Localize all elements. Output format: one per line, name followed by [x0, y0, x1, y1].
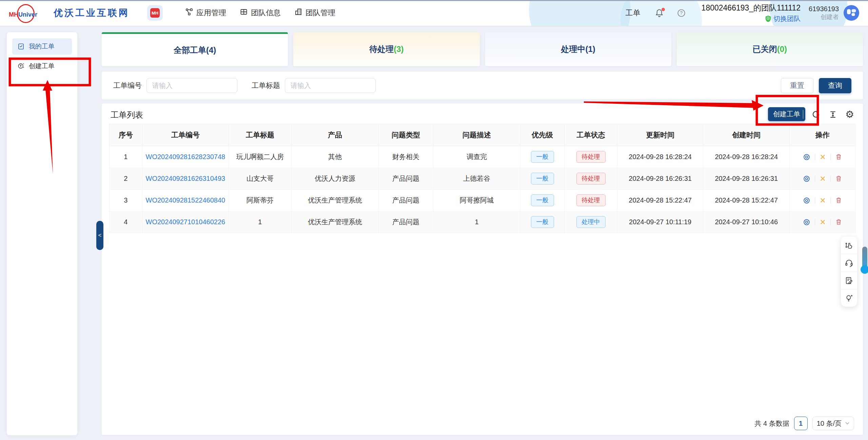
switch-team-label: 切换团队: [773, 14, 801, 23]
close-icon[interactable]: [820, 154, 826, 160]
col-updated: 更新时间: [617, 124, 703, 146]
view-icon[interactable]: [803, 175, 810, 183]
sidebar-item-my-workorders[interactable]: 我的工单: [12, 38, 72, 55]
priority-badge: 一般: [531, 216, 554, 228]
sidebar-collapse-handle[interactable]: <: [96, 221, 103, 250]
action-divider: [830, 175, 831, 182]
cell-index: 4: [110, 211, 142, 233]
notification-dot: [662, 8, 665, 11]
close-icon[interactable]: [820, 175, 826, 182]
svg-text:?: ?: [680, 10, 683, 16]
action-divider: [830, 154, 831, 160]
cell-actions: [790, 146, 855, 168]
page-size-select[interactable]: 10 条/页: [812, 417, 854, 430]
col-issue-desc: 问题描述: [433, 124, 520, 146]
avatar[interactable]: [844, 5, 859, 21]
scrollbar-bulb[interactable]: [861, 265, 868, 274]
sidebar-item-create-workorder[interactable]: 创建工单: [12, 58, 72, 74]
order-no-input[interactable]: [146, 78, 237, 93]
cell-order-no: WO202409281626310493: [142, 168, 229, 190]
total-count: 共 4 条数据: [754, 419, 789, 428]
window-top-edge: [0, 0, 868, 1]
switch-team[interactable]: 切换团队: [702, 14, 801, 23]
cell-issue-desc: 阿哥擦阿城: [433, 190, 520, 211]
action-divider: [815, 219, 815, 226]
col-created: 创建时间: [703, 124, 790, 146]
tab-count: (4): [206, 45, 216, 55]
sidebar: 我的工单 创建工单: [7, 32, 77, 435]
title-input[interactable]: [285, 78, 376, 93]
density-icon[interactable]: [829, 110, 837, 119]
feedback-icon[interactable]: [841, 271, 857, 289]
headset-icon[interactable]: [841, 254, 857, 271]
idea-icon[interactable]: [841, 289, 857, 307]
order-no-link[interactable]: WO202409271010460226: [146, 218, 225, 226]
view-icon[interactable]: [803, 218, 810, 226]
floating-tool-panel: [841, 236, 857, 307]
team-name: 18002466193_的团队111112: [702, 3, 801, 13]
tab-count: (0): [777, 44, 787, 54]
view-icon[interactable]: [803, 153, 810, 161]
workorder-table: 序号 工单编号 工单标题 产品 问题类型 问题描述 优先级 工单状态 更新时间 …: [109, 124, 855, 233]
nav-item-team-management[interactable]: 团队管理: [294, 8, 335, 18]
cell-index: 1: [110, 146, 142, 168]
close-icon[interactable]: [820, 219, 826, 225]
logo-text-univer: Univer: [18, 11, 37, 18]
tab-closed[interactable]: 已关闭(0): [677, 32, 863, 66]
header-right: 工单 ? 18002466193_的团队111112: [626, 3, 859, 23]
delete-icon[interactable]: [835, 197, 842, 204]
col-title: 工单标题: [229, 124, 291, 146]
toolbar-divider: [803, 110, 803, 119]
mh-app-icon[interactable]: MH: [147, 5, 163, 21]
nav-item-app-management[interactable]: 应用管理: [185, 8, 226, 18]
status-badge: 处理中: [576, 216, 606, 228]
col-issue-type: 问题类型: [379, 124, 433, 146]
delete-icon[interactable]: [835, 175, 842, 182]
priority-badge: 一般: [531, 194, 554, 206]
table-toolbar: ⚙: [803, 108, 854, 121]
order-no-link[interactable]: WO202409281626310493: [146, 175, 225, 182]
table-row: 4WO2024092710104602261优沃生产管理系统产品问题1一般处理中…: [110, 211, 855, 233]
user-block: 61936193 创建者: [809, 5, 839, 21]
delete-icon[interactable]: [835, 153, 842, 160]
page-number-button[interactable]: 1: [794, 417, 808, 430]
scroll-gesture-icon[interactable]: [841, 236, 857, 254]
refresh-icon[interactable]: [811, 110, 821, 119]
tab-all-workorders[interactable]: 全部工单(4): [102, 32, 288, 66]
team-info-icon: [240, 8, 248, 18]
cell-updated: 2024-09-27 10:11:19: [617, 211, 703, 233]
cell-product: 优沃生产管理系统: [291, 190, 378, 211]
col-status: 工单状态: [564, 124, 617, 146]
cell-updated: 2024-09-28 16:26:31: [617, 168, 703, 190]
col-actions: 操作: [790, 124, 855, 146]
cell-product: 优沃生产管理系统: [291, 211, 378, 233]
cell-created: 2024-09-28 16:28:24: [703, 146, 790, 168]
cell-priority: 一般: [520, 211, 565, 233]
tab-pending[interactable]: 待处理(3): [293, 32, 479, 66]
tab-label: 待处理: [369, 44, 394, 55]
nav-label: 团队信息: [251, 8, 281, 18]
cell-issue-type: 产品问题: [379, 211, 433, 233]
view-icon[interactable]: [803, 197, 810, 204]
order-no-link[interactable]: WO202409281522460840: [146, 196, 225, 204]
workorder-nav-label[interactable]: 工单: [626, 8, 640, 18]
table-body: 1WO202409281628230748玩儿啊额二人房其他财务相关调查完一般待…: [110, 146, 855, 233]
sidebar-item-label: 创建工单: [29, 62, 55, 71]
cell-order-no: WO202409281628230748: [142, 146, 229, 168]
cell-order-no: WO202409281522460840: [142, 190, 229, 211]
close-icon[interactable]: [820, 197, 826, 204]
create-workorder-button[interactable]: 创建工单: [768, 107, 805, 121]
delete-icon[interactable]: [835, 218, 842, 226]
search-button[interactable]: 查询: [819, 78, 851, 93]
cell-index: 2: [110, 168, 142, 190]
tab-count: (1): [585, 44, 595, 54]
scrollbar-thumb[interactable]: [862, 247, 867, 268]
table-row: 2WO202409281626310493山支大哥优沃人力资源产品问题上德若谷一…: [110, 168, 855, 190]
tab-processing[interactable]: 处理中(1): [485, 32, 671, 66]
reset-button[interactable]: 重置: [781, 78, 813, 93]
nav-item-team-info[interactable]: 团队信息: [240, 8, 281, 18]
help-icon[interactable]: ?: [677, 8, 686, 18]
notification-bell-icon[interactable]: [655, 8, 664, 18]
gear-icon[interactable]: ⚙: [845, 110, 854, 119]
order-no-link[interactable]: WO202409281628230748: [146, 153, 225, 160]
